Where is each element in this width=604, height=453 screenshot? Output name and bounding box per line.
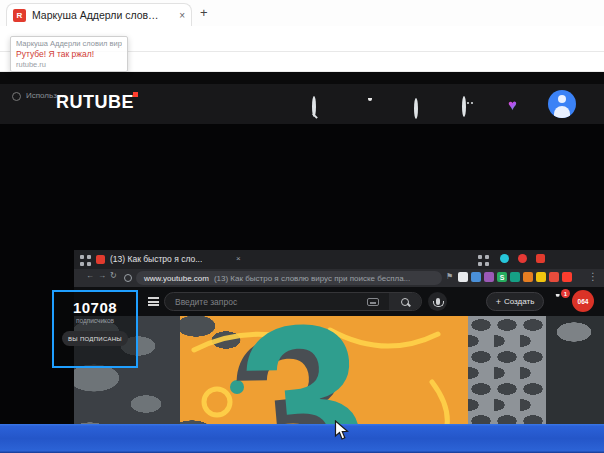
browser-tab[interactable]: R Маркуша Аддерли словил вирус × — [6, 3, 192, 26]
notice-icon — [12, 92, 21, 101]
recorded-ext-icon-8 — [562, 272, 572, 282]
create-label: Создать — [504, 297, 534, 306]
mouse-cursor — [334, 420, 349, 445]
tooltip-title-line1: Маркуша Аддерли словил вирус на — [16, 39, 122, 48]
rutube-logo-dot — [133, 92, 138, 97]
recorded-site-info-icon — [124, 274, 132, 282]
recorded-host: www.youtube.com — [144, 274, 209, 283]
tab-title: Маркуша Аддерли словил вирус — [32, 9, 162, 21]
recorded-ext-icon-6 — [536, 272, 546, 282]
recorded-page-title: (13) Как быстро я словлю вирус при поиск… — [214, 274, 410, 283]
recorded-teal-dot-icon — [500, 254, 509, 263]
subscribed-button: ВЫ ПОДПИСАНЫ — [62, 331, 128, 346]
recorded-ext-icon-1 — [458, 272, 468, 282]
recorded-avatar-badge: 064 — [572, 290, 594, 312]
subscriber-caption: подписчиков — [54, 317, 136, 324]
recorded-tab-favicon — [96, 255, 105, 264]
recorded-tab-close-icon: × — [236, 254, 241, 263]
theme-brightness-icon[interactable] — [414, 100, 418, 118]
search-submit-icon — [389, 293, 421, 310]
plus-icon: + — [496, 297, 501, 307]
voice-search-icon — [428, 292, 447, 311]
recorded-ext-icon-7 — [549, 272, 559, 282]
recorded-forward-icon: → — [98, 272, 106, 280]
sun-shape — [414, 98, 418, 119]
recorded-reload-icon: ↻ — [110, 272, 117, 280]
recorded-url-field: www.youtube.com (13) Как быстро я словлю… — [136, 271, 442, 285]
browser-tab-strip: R Маркуша Аддерли словил вирус × + — [0, 0, 604, 26]
tab-tooltip: Маркуша Аддерли словил вирус на Рутубе! … — [10, 36, 128, 72]
recorded-flag-icon: ⚑ — [446, 272, 453, 281]
status-face-icon[interactable] — [462, 98, 466, 116]
recorded-ext-icon-4 — [510, 272, 520, 282]
search-icon[interactable] — [312, 98, 316, 116]
recorded-create-button: + Создать — [486, 292, 544, 311]
subscriber-highlight-panel: 10708 подписчиков ВЫ ПОДПИСАНЫ — [52, 290, 138, 368]
desktop: R Маркуша Аддерли словил вирус × + ← → ↻… — [0, 0, 604, 453]
recorded-search-field — [164, 292, 422, 311]
video-player[interactable]: (13) Как быстро я сло... × ← → ↻ www.you… — [0, 124, 604, 424]
recorded-red-square-icon — [536, 254, 545, 263]
recorded-ext-icon-5 — [523, 272, 533, 282]
taskbar: пуск R Маркуша Аддерли с... EN 12:07 — [0, 424, 604, 453]
rutube-logo[interactable]: RUTUBE — [56, 92, 134, 113]
search-input — [175, 294, 345, 309]
tab-close-icon[interactable]: × — [179, 10, 185, 21]
heart-shape: ♥ — [508, 96, 517, 113]
recorded-ext-icon-s: S — [497, 272, 507, 282]
rutube-favicon-icon: R — [13, 9, 26, 22]
favorites-heart-icon[interactable]: ♥ — [508, 96, 517, 114]
subscriber-count: 10708 — [54, 299, 136, 316]
recorded-ext-icon-2 — [471, 272, 481, 282]
tooltip-title-line2: Рутубе! Я так ржал! — [16, 49, 122, 59]
recorded-back-icon: ← — [86, 272, 94, 280]
new-tab-button[interactable]: + — [200, 5, 208, 20]
recorded-tab-title: (13) Как быстро я сло... — [110, 254, 202, 264]
keyboard-icon — [367, 298, 379, 306]
notification-badge: 1 — [561, 289, 570, 298]
magnifier-shape — [401, 298, 409, 306]
tooltip-domain: rutube.ru — [16, 60, 122, 69]
face-shape — [462, 96, 466, 117]
recorded-ext-icon-3 — [484, 272, 494, 282]
recorded-red-dot-icon — [518, 254, 527, 263]
recorded-menu-burger-icon — [148, 297, 159, 306]
profile-avatar-button[interactable] — [548, 90, 576, 118]
recorded-menu-icon: ⋮ — [588, 272, 598, 282]
magnifier-shape — [312, 96, 316, 117]
mic-shape — [436, 298, 440, 305]
